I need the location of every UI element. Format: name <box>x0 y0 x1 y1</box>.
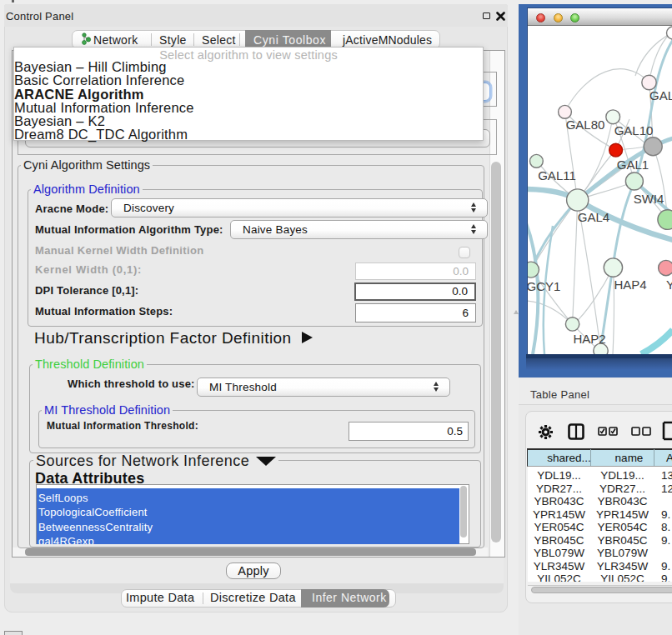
svg-text:YD: YD <box>666 278 672 292</box>
svg-text:HAP4: HAP4 <box>614 278 646 292</box>
svg-text:GAL8: GAL8 <box>649 88 672 102</box>
svg-text:HAP2: HAP2 <box>573 332 605 346</box>
svg-text:GAL4: GAL4 <box>578 210 609 224</box>
svg-text:GAL1: GAL1 <box>617 158 649 172</box>
svg-text:GAL80: GAL80 <box>566 118 605 132</box>
svg-text:SWI4: SWI4 <box>634 192 664 206</box>
svg-text:GCY1: GCY1 <box>528 279 560 293</box>
svg-text:GAL11: GAL11 <box>538 168 576 182</box>
svg-text:GAL10: GAL10 <box>614 123 654 138</box>
